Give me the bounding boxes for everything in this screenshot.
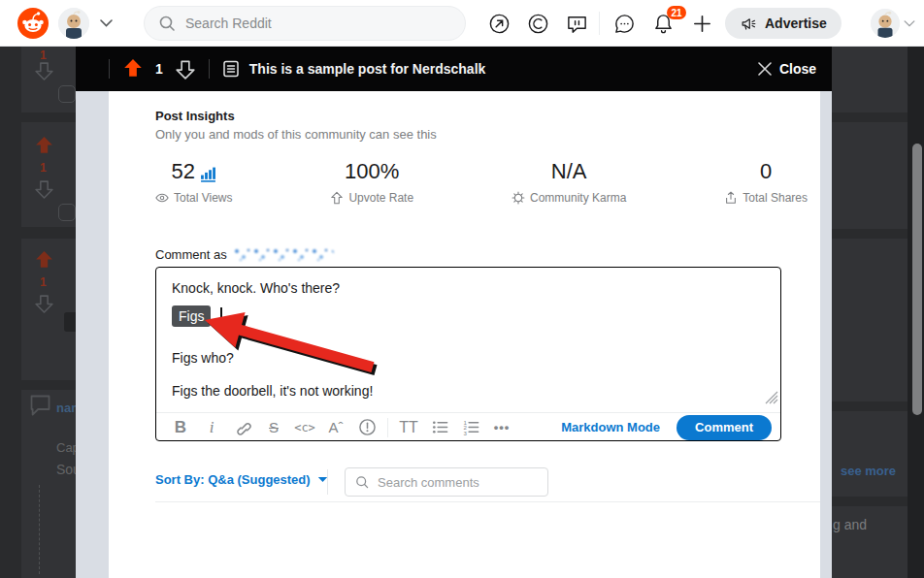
downvote-icon[interactable]: [34, 293, 54, 313]
inline-code-button[interactable]: <c>: [289, 415, 320, 440]
numbered-list-button[interactable]: 123: [455, 415, 486, 440]
dim-see-more-link[interactable]: see more: [841, 464, 896, 478]
stat-total-shares: 0 Total Shares: [724, 161, 808, 205]
chevron-down-icon[interactable]: [100, 19, 113, 27]
annotation-arrow: [201, 306, 380, 376]
megaphone-icon: [740, 15, 758, 33]
spoiler-button[interactable]: [351, 415, 382, 440]
dim-feed-comment-card: [21, 390, 76, 578]
toolbar-divider: [387, 418, 388, 437]
upvote-icon[interactable]: [34, 136, 54, 156]
comments-bar-divider: [327, 469, 328, 495]
stat-community-karma: N/A Community Karma: [512, 161, 626, 205]
post-title: This is a sample post for Nerdschalk: [249, 61, 486, 77]
post-insights-title: Post Insights: [155, 109, 235, 123]
coins-button[interactable]: [518, 4, 557, 43]
search-icon: [157, 14, 177, 33]
bar-chart-icon: [200, 166, 216, 182]
comment-text-line: Knock, knock. Who's there?: [172, 280, 340, 296]
stat-label: Total Shares: [742, 191, 808, 205]
strikethrough-button[interactable]: S: [258, 415, 289, 440]
dim-post-action-button: [58, 204, 76, 221]
formatting-toolbar: B i S <c> Aˆ TT 123 ••• Markdown Mode Co…: [156, 412, 780, 441]
comment-bubble-icon: [27, 392, 53, 418]
downvote-icon[interactable]: [34, 178, 54, 199]
total-views-value: 52: [172, 161, 195, 182]
community-karma-value: N/A: [551, 161, 587, 182]
upvote-icon[interactable]: [34, 250, 54, 271]
stat-label: Upvote Rate: [348, 191, 413, 205]
chevron-down-icon: [317, 476, 328, 483]
italic-button[interactable]: i: [196, 415, 227, 440]
upvote-icon[interactable]: [122, 58, 144, 80]
create-post-button[interactable]: [682, 4, 721, 43]
chat-bubble-icon: [613, 13, 636, 35]
comment-search-box[interactable]: [345, 467, 548, 497]
coin-icon: [527, 13, 549, 35]
sort-by-dropdown[interactable]: Sort By: Q&a (Suggested): [155, 472, 328, 487]
dim-post-card: [832, 239, 908, 401]
redacted-username: [233, 246, 334, 263]
nav-divider: [599, 12, 600, 35]
stat-label: Total Views: [174, 191, 232, 205]
search-input[interactable]: [185, 16, 438, 31]
talk-bubble-icon: [566, 13, 588, 35]
total-shares-value: 0: [760, 161, 772, 182]
karma-badge-icon: [512, 191, 525, 205]
stat-upvote-rate: 100% Upvote Rate: [330, 161, 413, 205]
close-button[interactable]: Close: [758, 61, 816, 77]
top-navigation-bar: 21 Advertise: [0, 0, 924, 47]
comment-search-input[interactable]: [378, 475, 533, 490]
downvote-icon[interactable]: [34, 60, 54, 80]
section-divider: [155, 501, 820, 502]
comment-as-label: Comment as: [155, 247, 227, 262]
reddit-logo[interactable]: [17, 8, 49, 39]
superscript-button[interactable]: Aˆ: [320, 415, 351, 440]
dim-post-card: [832, 122, 908, 229]
popular-button[interactable]: [479, 4, 518, 43]
resize-handle-icon[interactable]: [765, 391, 778, 404]
upvote-rate-value: 100%: [345, 161, 399, 182]
post-vote-count: 1: [155, 61, 163, 77]
downvote-icon[interactable]: [175, 58, 196, 80]
header-divider: [209, 59, 210, 79]
advertise-label: Advertise: [765, 16, 827, 31]
dim-post-action-button: [58, 85, 76, 103]
comment-submit-button[interactable]: Comment: [676, 415, 772, 440]
plus-icon: [691, 13, 713, 35]
heading-button[interactable]: TT: [393, 415, 424, 440]
upvote-outline-icon: [330, 191, 344, 205]
comment-thread-line: [39, 485, 40, 574]
more-formatting-button[interactable]: •••: [486, 415, 517, 440]
chat-button[interactable]: [605, 4, 644, 43]
bullet-list-button[interactable]: [424, 415, 455, 440]
link-button[interactable]: [227, 415, 258, 440]
stat-total-views: 52 Total Views: [155, 161, 232, 205]
share-icon: [724, 191, 738, 205]
talk-button[interactable]: [557, 4, 596, 43]
account-avatar[interactable]: [871, 9, 900, 38]
close-button-label: Close: [779, 61, 816, 77]
page-scrollbar-thumb[interactable]: [912, 144, 922, 415]
markdown-mode-link[interactable]: Markdown Mode: [561, 420, 660, 434]
search-bar[interactable]: [144, 6, 466, 41]
dim-post-card: [832, 411, 908, 497]
user-avatar[interactable]: [58, 8, 89, 39]
notification-badge: 21: [667, 6, 686, 19]
advertise-button[interactable]: Advertise: [725, 8, 842, 39]
bold-button[interactable]: B: [165, 415, 196, 440]
comment-as-row: Comment as: [155, 246, 334, 263]
search-icon: [354, 474, 370, 490]
post-modal-header: 1 This is a sample post for Nerdschalk C…: [76, 47, 832, 91]
chevron-down-icon[interactable]: [904, 20, 915, 27]
dim-vote-count: 1: [40, 161, 47, 175]
post-insights-stats: 52 Total Views 100% Upvote Rate N/A Comm…: [155, 161, 808, 205]
dim-post-card: [832, 47, 908, 112]
close-icon: [758, 62, 772, 76]
arrow-up-right-circle-icon: [488, 13, 511, 35]
dim-vote-count: 1: [40, 275, 47, 289]
header-divider: [109, 59, 110, 79]
post-insights-subtitle: Only you and mods of this community can …: [155, 127, 437, 142]
eye-icon: [155, 191, 169, 205]
comment-composer[interactable]: Knock, knock. Who's there? Figs . Figs w…: [155, 267, 781, 441]
